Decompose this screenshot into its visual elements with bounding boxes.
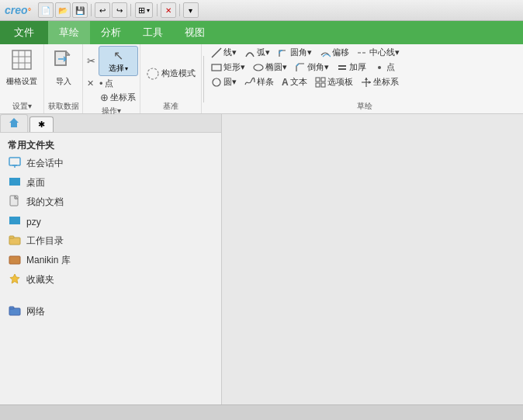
grid-settings-button[interactable]: 栅格设置	[3, 47, 40, 89]
sketch-row-1: 线▾ 弧▾ 圆角▾ 偏移 中心线▾	[209, 46, 520, 59]
sketch-row-2: 矩形▾ 椭圆▾ 倒角▾ 加厚 点	[209, 61, 520, 74]
import-label: 导入	[56, 76, 71, 87]
content-pane	[222, 114, 523, 404]
redo-button[interactable]: ↪	[112, 2, 127, 18]
thicken-button[interactable]: 加厚	[334, 61, 369, 74]
pzy-icon	[8, 214, 22, 229]
svg-line-17	[296, 64, 299, 66]
sidebar: ✱ 常用文件夹 在会话中 桌面 我的文档	[0, 114, 222, 404]
sidebar-item-favorites[interactable]: 收藏夹	[0, 270, 221, 290]
point-label: 点	[105, 78, 113, 89]
svg-rect-32	[9, 178, 20, 186]
menu-analysis[interactable]: 分析	[90, 21, 132, 44]
pzy-label: pzy	[26, 217, 41, 227]
palette-button[interactable]: 选项板	[313, 75, 355, 89]
svg-point-12	[147, 68, 158, 79]
manikin-label: Manikin 库	[26, 254, 71, 267]
centerline-button[interactable]: 中心线▾	[355, 46, 402, 59]
ribbon-group-operations: ✂ ↖ 选择▾ ✕ •点 ⊕坐标系 操作▾	[83, 44, 140, 113]
more-button[interactable]: ▾	[183, 2, 199, 18]
sidebar-item-pzy[interactable]: pzy	[0, 212, 221, 231]
select-button[interactable]: ↖ 选择▾	[99, 46, 138, 76]
base-group-label: 基准	[163, 99, 178, 113]
point-button[interactable]: •点	[97, 77, 116, 90]
sidebar-item-network[interactable]: 网络	[0, 302, 221, 321]
open-button[interactable]: 📂	[55, 2, 71, 18]
cross-icon: ✕	[87, 78, 94, 89]
svg-rect-0	[12, 50, 31, 69]
workdir-label: 工作目录	[26, 234, 64, 248]
workdir-icon	[8, 234, 22, 248]
separator-3	[157, 4, 158, 16]
ellipse-button[interactable]: 椭圆▾	[251, 61, 289, 74]
chamfer-button[interactable]: 倒角▾	[293, 61, 331, 74]
separator-2	[130, 4, 131, 16]
import-button[interactable]: 导入	[50, 47, 78, 89]
grid-icon	[11, 49, 33, 75]
monitor-icon	[8, 156, 22, 171]
rect-button[interactable]: 矩形▾	[209, 61, 248, 74]
network-label: 网络	[26, 305, 45, 318]
svg-rect-5	[55, 51, 66, 65]
cut-icon: ✂	[87, 55, 95, 67]
svg-rect-24	[316, 83, 320, 87]
cross-button[interactable]: ✕	[85, 78, 96, 89]
new-button[interactable]: 📄	[38, 2, 54, 18]
sidebar-item-session[interactable]: 在会话中	[0, 154, 221, 173]
ops-row-2: ✕ •点	[85, 77, 138, 90]
sidebar-item-workdir[interactable]: 工作目录	[0, 231, 221, 251]
menu-tools[interactable]: 工具	[132, 21, 174, 44]
menu-file[interactable]: 文件	[0, 21, 48, 44]
manikin-icon	[8, 253, 22, 268]
menu-view[interactable]: 视图	[174, 21, 216, 44]
close-button[interactable]: ✕	[161, 2, 176, 18]
coord-sketch-button[interactable]: 坐标系	[358, 75, 401, 89]
arc-button[interactable]: 弧▾	[242, 46, 272, 59]
sidebar-item-manikin[interactable]: Manikin 库	[0, 251, 221, 270]
sidebar-item-desktop[interactable]: 桌面	[0, 173, 221, 193]
menu-bar: 文件 草绘 分析 工具 视图	[0, 21, 523, 44]
sidebar-home-tab[interactable]	[0, 114, 28, 132]
construct-mode-button[interactable]: 构造模式	[144, 66, 198, 82]
import-group-label: 获取数据	[48, 99, 79, 113]
coord-button[interactable]: ⊕坐标系	[98, 91, 138, 104]
undo-button[interactable]: ↩	[95, 2, 110, 18]
svg-marker-42	[10, 274, 19, 283]
sidebar-star-tab[interactable]: ✱	[29, 116, 54, 132]
svg-point-16	[254, 64, 263, 71]
ribbon-group-settings: 栅格设置 设置▾	[0, 44, 44, 113]
text-button[interactable]: A 文本	[279, 75, 310, 89]
svg-rect-38	[9, 217, 20, 224]
grid-settings-label: 栅格设置	[6, 76, 37, 87]
cut-button[interactable]: ✂	[85, 54, 98, 68]
title-bar: creo° 📄 📂 💾 ↩ ↪ ⊞▾ ✕ ▾	[0, 0, 523, 21]
sidebar-item-documents[interactable]: 我的文档	[0, 193, 221, 212]
fillet-button[interactable]: 圆角▾	[275, 46, 314, 59]
network-icon	[8, 304, 22, 319]
coord-icon: ⊕	[100, 92, 109, 103]
spline-button[interactable]: 样条	[242, 75, 276, 89]
view-dropdown[interactable]: ⊞▾	[135, 2, 153, 18]
point-sketch-button[interactable]: 点	[372, 61, 397, 74]
ribbon: 栅格设置 设置▾ 导入 获取数据 ✂ ↖ 选择▾ ✕ •点	[0, 44, 523, 114]
circle-button[interactable]: 圆▾	[209, 75, 239, 89]
sidebar-tabs: ✱	[0, 114, 221, 133]
ribbon-group-base: 构造模式 基准	[140, 44, 202, 113]
settings-group-label: 设置▾	[12, 99, 32, 113]
main-area: ✱ 常用文件夹 在会话中 桌面 我的文档	[0, 114, 523, 404]
favorites-icon	[8, 272, 22, 287]
svg-rect-44	[9, 307, 14, 309]
svg-rect-40	[9, 236, 14, 238]
sketch-row-3: 圆▾ 样条 A 文本 选项板 坐标系	[209, 75, 520, 89]
svg-line-13	[212, 48, 221, 57]
save-button[interactable]: 💾	[72, 2, 88, 18]
ribbon-separator	[203, 56, 204, 102]
svg-point-20	[378, 66, 381, 69]
menu-sketch[interactable]: 草绘	[48, 21, 90, 44]
offset-button[interactable]: 偏移	[317, 46, 352, 59]
line-button[interactable]: 线▾	[209, 46, 239, 59]
favorites-label: 收藏夹	[26, 273, 54, 286]
app-logo: creo°	[5, 4, 31, 16]
svg-marker-28	[9, 118, 19, 127]
dot-icon: •	[99, 78, 103, 89]
